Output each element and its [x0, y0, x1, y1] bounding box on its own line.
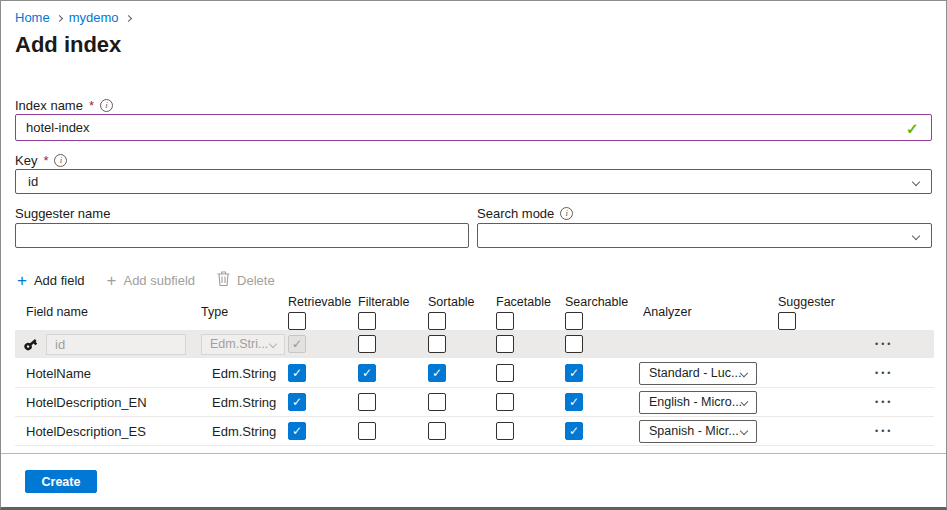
- suggester-name-input[interactable]: [15, 223, 469, 248]
- retrievable-checkbox[interactable]: ✓: [288, 422, 306, 440]
- analyzer-value: English - Micro...: [649, 395, 742, 409]
- add-index-page: Home mydemo Add index Index name * i ✓ K…: [0, 0, 947, 510]
- col-analyzer: Analyzer: [643, 305, 692, 319]
- valid-check-icon: ✓: [906, 120, 919, 138]
- col-filterable: Filterable: [358, 295, 428, 309]
- searchable-checkbox[interactable]: [565, 335, 583, 353]
- footer-divider: [1, 453, 946, 454]
- create-button[interactable]: Create: [25, 470, 97, 493]
- add-field-button[interactable]: + Add field: [17, 272, 85, 289]
- breadcrumb: Home mydemo: [15, 10, 131, 25]
- analyzer-dropdown[interactable]: English - Micro...: [639, 391, 757, 414]
- col-field-name: Field name: [26, 305, 88, 319]
- col-type: Type: [201, 305, 228, 319]
- table-header: Field name Type Retrievable Filterable S…: [15, 294, 934, 330]
- analyzer-dropdown[interactable]: Standard - Luc...: [639, 362, 757, 385]
- searchable-checkbox[interactable]: ✓: [565, 422, 583, 440]
- breadcrumb-separator-icon: [125, 14, 132, 21]
- key-dropdown[interactable]: id: [15, 169, 932, 194]
- col-sortable: Sortable: [428, 295, 496, 309]
- sortable-checkbox[interactable]: ✓: [428, 364, 446, 382]
- row-menu-button[interactable]: •••: [875, 397, 893, 407]
- field-type-value: Edm.Stri...: [210, 337, 268, 351]
- filterable-checkbox[interactable]: ✓: [358, 364, 376, 382]
- plus-icon: +: [107, 272, 117, 289]
- field-type-dropdown: Edm.Stri...: [201, 334, 285, 355]
- col-retrievable: Retrievable: [288, 295, 358, 309]
- sortable-checkbox[interactable]: [428, 393, 446, 411]
- sortable-select-all-checkbox[interactable]: [428, 312, 446, 330]
- field-name-label: HotelName: [15, 366, 91, 381]
- retrievable-checkbox: ✓: [288, 335, 306, 353]
- sortable-checkbox[interactable]: [428, 422, 446, 440]
- chevron-down-icon: [912, 177, 920, 185]
- col-searchable: Searchable: [565, 295, 639, 309]
- table-row[interactable]: HotelDescription_ESEdm.String✓✓Spanish -…: [15, 417, 934, 446]
- plus-icon: +: [17, 272, 27, 289]
- searchable-checkbox[interactable]: ✓: [565, 393, 583, 411]
- facetable-checkbox[interactable]: [496, 335, 514, 353]
- required-asterisk: *: [89, 98, 94, 113]
- index-name-label: Index name * i: [15, 98, 113, 113]
- facetable-select-all-checkbox[interactable]: [496, 312, 514, 330]
- field-toolbar: + Add field + Add subfield Delete: [17, 267, 275, 293]
- breadcrumb-parent-link[interactable]: mydemo: [69, 10, 119, 25]
- search-mode-dropdown[interactable]: [477, 223, 932, 248]
- field-name-label: HotelDescription_ES: [15, 424, 146, 439]
- search-mode-label: Search mode i: [477, 206, 573, 221]
- table-row[interactable]: HotelNameEdm.String✓✓✓✓Standard - Luc...…: [15, 359, 934, 388]
- page-title: Add index: [15, 32, 121, 58]
- key-dropdown-value: id: [28, 174, 38, 189]
- field-name-input: id: [46, 334, 186, 355]
- searchable-checkbox[interactable]: ✓: [565, 364, 583, 382]
- row-menu-button[interactable]: •••: [875, 368, 893, 378]
- col-suggester: Suggester: [778, 295, 859, 309]
- breadcrumb-separator-icon: [56, 14, 63, 21]
- chevron-down-icon: [269, 340, 277, 348]
- field-type-label: Edm.String: [201, 424, 276, 439]
- retrievable-checkbox[interactable]: ✓: [288, 393, 306, 411]
- chevron-down-icon: [740, 427, 748, 435]
- analyzer-dropdown[interactable]: Spanish - Micr...: [639, 420, 757, 443]
- field-name-label: HotelDescription_EN: [15, 395, 147, 410]
- sortable-checkbox[interactable]: [428, 335, 446, 353]
- field-type-label: Edm.String: [201, 395, 276, 410]
- breadcrumb-home-link[interactable]: Home: [15, 10, 50, 25]
- row-menu-button[interactable]: •••: [875, 426, 893, 436]
- info-icon[interactable]: i: [54, 154, 67, 167]
- filterable-select-all-checkbox[interactable]: [358, 312, 376, 330]
- facetable-checkbox[interactable]: [496, 393, 514, 411]
- key-label: Key * i: [15, 153, 67, 168]
- index-name-input[interactable]: [15, 114, 932, 141]
- info-icon[interactable]: i: [100, 99, 113, 112]
- searchable-select-all-checkbox[interactable]: [565, 312, 583, 330]
- field-type-label: Edm.String: [201, 366, 276, 381]
- facetable-checkbox[interactable]: [496, 364, 514, 382]
- suggester-name-label: Suggester name: [15, 206, 110, 221]
- required-asterisk: *: [43, 153, 48, 168]
- table-row[interactable]: HotelDescription_ENEdm.String✓✓English -…: [15, 388, 934, 417]
- col-facetable: Facetable: [496, 295, 565, 309]
- filterable-checkbox[interactable]: [358, 422, 376, 440]
- chevron-down-icon: [912, 231, 920, 239]
- delete-button: Delete: [217, 271, 275, 289]
- trash-icon: [217, 271, 230, 289]
- analyzer-value: Standard - Luc...: [649, 366, 741, 380]
- facetable-checkbox[interactable]: [496, 422, 514, 440]
- key-icon: [15, 337, 46, 352]
- suggester-select-all-checkbox[interactable]: [778, 312, 796, 330]
- retrievable-select-all-checkbox[interactable]: [288, 312, 306, 330]
- table-row[interactable]: idEdm.Stri...✓•••: [15, 330, 934, 359]
- filterable-checkbox[interactable]: [358, 335, 376, 353]
- row-menu-button[interactable]: •••: [875, 339, 893, 349]
- analyzer-value: Spanish - Micr...: [649, 424, 739, 438]
- retrievable-checkbox[interactable]: ✓: [288, 364, 306, 382]
- filterable-checkbox[interactable]: [358, 393, 376, 411]
- field-table-body: idEdm.Stri...✓•••HotelNameEdm.String✓✓✓✓…: [15, 330, 934, 446]
- info-icon[interactable]: i: [560, 207, 573, 220]
- add-subfield-button: + Add subfield: [107, 272, 196, 289]
